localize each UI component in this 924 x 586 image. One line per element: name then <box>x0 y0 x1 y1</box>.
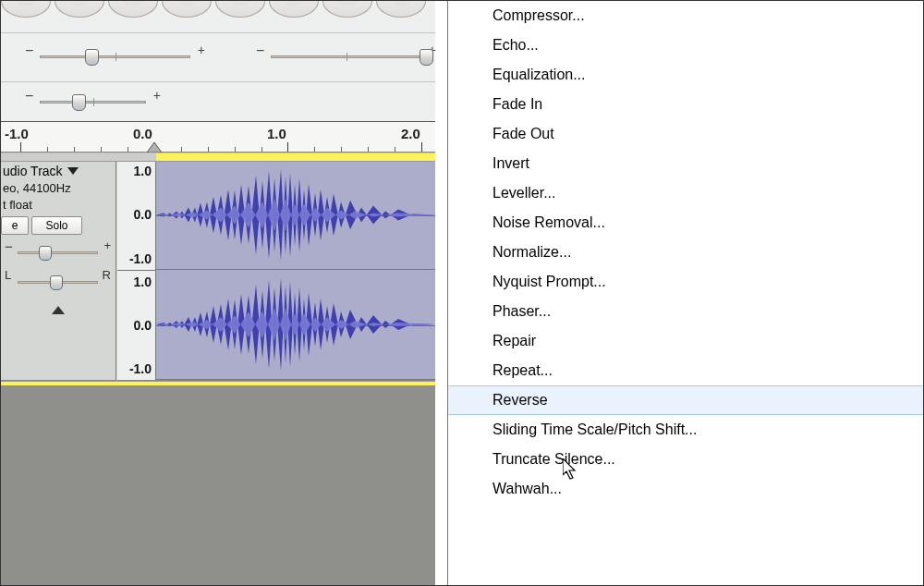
pan-slider[interactable]: L R <box>5 274 111 294</box>
menu-item-repeat[interactable]: Repeat... <box>448 356 923 385</box>
vscale-label: 1.0 <box>134 164 152 178</box>
chevron-up-icon <box>52 306 65 314</box>
transport-knob[interactable] <box>162 1 212 18</box>
waveform-channel-left[interactable] <box>156 162 435 270</box>
minus-label: − <box>25 43 33 59</box>
menu-item-fade-out[interactable]: Fade Out <box>448 119 923 149</box>
transport-knob[interactable] <box>215 1 265 18</box>
transport-buttons-partial <box>1 1 435 17</box>
plus-label: + <box>103 238 111 252</box>
selection-strip-top <box>1 153 435 162</box>
track-samplefmt-label: t float <box>1 197 116 214</box>
mixer-toolbar: − + − + <box>1 33 435 82</box>
ruler-label: -1.0 <box>5 126 29 141</box>
ruler-label: 2.0 <box>401 126 420 141</box>
toolbar-top <box>1 1 435 33</box>
empty-track-space[interactable] <box>1 385 435 586</box>
menu-item-wahwah[interactable]: Wahwah... <box>448 474 923 504</box>
menu-item-reverse[interactable]: Reverse <box>448 385 923 415</box>
menu-item-noise-removal[interactable]: Noise Removal... <box>448 208 923 238</box>
vscale-label: 0.0 <box>134 318 152 333</box>
transport-knob[interactable] <box>269 1 319 18</box>
minus-label: − <box>25 88 33 104</box>
vscale-label: -1.0 <box>129 251 152 266</box>
mute-button[interactable]: e <box>1 216 29 235</box>
menu-item-equalization[interactable]: Equalization... <box>448 60 923 90</box>
vscale-label: 0.0 <box>134 207 152 222</box>
menu-item-invert[interactable]: Invert <box>448 149 923 178</box>
amplitude-ruler: 1.0 0.0 -1.0 1.0 0.0 -1.0 <box>116 162 156 381</box>
selection-start-handle[interactable] <box>147 140 162 153</box>
menu-item-echo[interactable]: Echo... <box>448 31 923 60</box>
menu-item-truncate-silence[interactable]: Truncate Silence... <box>448 445 923 474</box>
waveform-icon <box>156 162 435 269</box>
transport-knob[interactable] <box>322 1 372 18</box>
menu-item-phaser[interactable]: Phaser... <box>448 297 923 326</box>
menu-item-leveller[interactable]: Leveller... <box>448 178 923 208</box>
menu-item-nyquist-prompt[interactable]: Nyquist Prompt... <box>448 267 923 297</box>
track-control-panel: udio Track eo, 44100Hz t float e Solo − … <box>1 162 116 381</box>
chevron-down-icon <box>67 167 79 175</box>
track-dropdown[interactable]: udio Track <box>1 162 116 180</box>
gain-slider[interactable]: − + <box>5 244 111 264</box>
pan-left-label: L <box>5 268 11 282</box>
menu-item-fade-in[interactable]: Fade In <box>448 90 923 119</box>
menu-item-normalize[interactable]: Normalize... <box>448 238 923 267</box>
track-title: udio Track <box>3 164 63 178</box>
menu-item-compressor[interactable]: Compressor... <box>448 1 923 31</box>
ruler-label: 1.0 <box>267 126 286 141</box>
plus-label: + <box>198 43 205 57</box>
effect-context-menu: Compressor... Echo... Equalization... Fa… <box>447 1 923 586</box>
vscale-label: 1.0 <box>134 275 152 289</box>
plus-label: + <box>153 88 161 103</box>
minus-label: − <box>5 238 13 254</box>
collapse-track-button[interactable] <box>1 303 116 317</box>
track-format-label: eo, 44100Hz <box>1 180 116 197</box>
timeline-ruler[interactable]: -1.0 0.0 1.0 2.0 <box>1 122 435 153</box>
menu-item-repair[interactable]: Repair <box>448 326 923 356</box>
minus-label: − <box>256 43 264 59</box>
transport-knob[interactable] <box>108 1 158 18</box>
menu-item-sliding-time-scale[interactable]: Sliding Time Scale/Pitch Shift... <box>448 415 923 445</box>
input-volume-slider[interactable]: − + <box>256 46 436 70</box>
pan-right-label: R <box>103 268 111 282</box>
svg-marker-2 <box>147 142 162 153</box>
waveform-icon <box>156 271 435 379</box>
transcription-toolbar: − + <box>1 82 435 122</box>
transport-knob[interactable] <box>1 1 51 18</box>
waveform-area[interactable] <box>156 162 435 381</box>
transport-knob[interactable] <box>55 1 104 18</box>
waveform-channel-right[interactable] <box>156 271 435 380</box>
transport-knob[interactable] <box>376 1 426 18</box>
playback-speed-slider[interactable]: − + <box>25 92 161 116</box>
output-volume-slider[interactable]: − + <box>25 46 205 70</box>
vscale-label: -1.0 <box>129 361 152 376</box>
solo-button[interactable]: Solo <box>31 216 82 235</box>
